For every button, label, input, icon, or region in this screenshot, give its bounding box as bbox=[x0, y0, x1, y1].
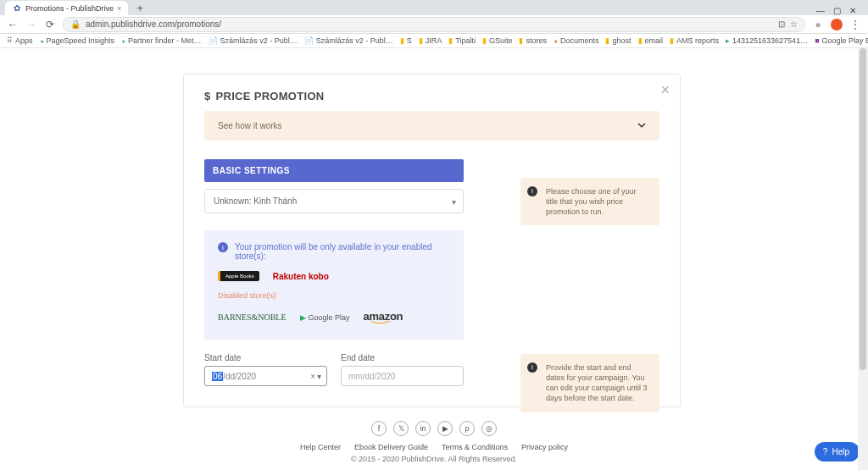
start-date-label: Start date bbox=[204, 353, 327, 362]
footer-link[interactable]: Ebook Delivery Guide bbox=[354, 443, 428, 451]
new-tab-button[interactable]: + bbox=[133, 2, 147, 15]
dollar-icon: $ bbox=[204, 90, 211, 102]
nav-forward-icon: → bbox=[25, 19, 37, 30]
modal-title: $ PRICE PROMOTION bbox=[204, 90, 659, 102]
barnes-noble-logo: BARNES&NOBLE bbox=[218, 312, 287, 322]
address-bar[interactable]: 🔒 admin.publishdrive.com/promotions/ ⊡ ☆ bbox=[63, 17, 805, 32]
help-button[interactable]: ? Help bbox=[815, 442, 860, 462]
lock-icon: 🔒 bbox=[70, 19, 81, 29]
tip-title: i Please choose one of your title that y… bbox=[520, 178, 659, 225]
social-row: f 𝕏 in ▶ p ◎ bbox=[0, 421, 868, 436]
address-text: admin.publishdrive.com/promotions/ bbox=[86, 19, 221, 29]
browser-tab[interactable]: ✿ Promotions - PublishDrive × bbox=[5, 1, 128, 15]
section-basic-settings: BASIC SETTINGS bbox=[204, 159, 464, 182]
help-icon: ? bbox=[823, 447, 828, 456]
nav-reload-icon[interactable]: ⟳ bbox=[44, 19, 56, 30]
bookmark[interactable]: ▮JIRA bbox=[419, 36, 442, 45]
bookmark[interactable]: ⬥Partner finder - Met… bbox=[121, 36, 202, 45]
close-icon[interactable]: × bbox=[660, 81, 670, 99]
end-date-label: End date bbox=[341, 353, 464, 362]
footer-link[interactable]: Terms & Conditions bbox=[442, 443, 508, 451]
chevron-down-icon bbox=[636, 119, 648, 133]
tab-title: Promotions - PublishDrive bbox=[25, 4, 114, 13]
end-date-input[interactable]: mm/dd/2020 bbox=[341, 366, 464, 386]
spinner-icon[interactable]: ▾ bbox=[317, 372, 321, 381]
bookmark[interactable]: ■Google Play Books i… bbox=[815, 36, 868, 45]
tip-dates: i Provide the start and end dates for yo… bbox=[520, 354, 659, 412]
bookmark[interactable]: ▮ghost bbox=[605, 36, 631, 45]
pinterest-icon[interactable]: p bbox=[459, 421, 475, 436]
google-play-logo: ▶Google Play bbox=[300, 313, 350, 322]
bookmark[interactable]: ▮email bbox=[638, 36, 664, 45]
linkedin-icon[interactable]: in bbox=[415, 421, 431, 436]
bookmark[interactable]: ▮Tipalti bbox=[448, 36, 476, 45]
bookmark[interactable]: ▮S bbox=[400, 36, 412, 45]
twitter-icon[interactable]: 𝕏 bbox=[393, 421, 409, 436]
youtube-icon[interactable]: ▶ bbox=[437, 421, 453, 436]
bookmark[interactable]: ⬥Documents bbox=[554, 36, 599, 45]
clear-icon[interactable]: × bbox=[310, 372, 315, 381]
kebab-icon[interactable]: ⋮ bbox=[849, 19, 861, 30]
bookmark[interactable]: 📄Számlázás v2 - Publ… bbox=[304, 36, 393, 45]
how-it-works-toggle[interactable]: See how it works bbox=[204, 111, 659, 141]
kobo-logo: Rakuten kobo bbox=[273, 272, 329, 281]
bookmark[interactable]: ▸1431251633627541… bbox=[726, 36, 808, 45]
pin-icon[interactable]: ⊡ bbox=[778, 19, 785, 29]
amazon-logo: amazon bbox=[364, 310, 403, 324]
favicon-icon: ✿ bbox=[12, 3, 22, 14]
instagram-icon[interactable]: ◎ bbox=[481, 421, 497, 436]
nav-back-icon[interactable]: ← bbox=[7, 19, 19, 30]
stores-box: i Your promotion will be only available … bbox=[204, 230, 464, 340]
ext-icon[interactable]: ● bbox=[812, 19, 824, 30]
start-date-input[interactable]: 06/dd/2020 ×▾ bbox=[204, 366, 327, 386]
bookmark[interactable]: ⬥PageSpeed Insights bbox=[40, 36, 115, 45]
info-icon: i bbox=[218, 242, 228, 252]
apple-books-logo: Apple Books bbox=[218, 271, 259, 281]
bookmarks-bar: ⠿Apps ⬥PageSpeed Insights ⬥Partner finde… bbox=[0, 34, 868, 48]
tab-close-icon[interactable]: × bbox=[117, 4, 121, 13]
window-max-icon[interactable]: ▢ bbox=[833, 6, 841, 15]
scroll-thumb[interactable] bbox=[860, 48, 866, 370]
bookmark[interactable]: ▮GSuite bbox=[482, 36, 513, 45]
title-select[interactable]: Unknown: Kinh Thánh ▾ bbox=[204, 189, 464, 213]
copyright: © 2015 - 2020 PublishDrive. All Rights R… bbox=[0, 455, 868, 463]
bookmark[interactable]: 📄Számlázás v2 - Publ… bbox=[209, 36, 298, 45]
disabled-label: Disabled store(s): bbox=[218, 291, 450, 300]
promotion-modal: × $ PRICE PROMOTION See how it works BAS… bbox=[183, 74, 681, 407]
star-icon[interactable]: ☆ bbox=[790, 19, 798, 29]
window-close-icon[interactable]: ✕ bbox=[849, 6, 856, 15]
window-min-icon[interactable]: — bbox=[816, 6, 825, 15]
scrollbar[interactable] bbox=[858, 48, 868, 470]
facebook-icon[interactable]: f bbox=[371, 421, 387, 436]
footer-link[interactable]: Help Center bbox=[300, 443, 341, 451]
info-icon: i bbox=[527, 186, 537, 196]
dropdown-icon: ▾ bbox=[452, 196, 456, 206]
profile-avatar[interactable] bbox=[831, 19, 843, 30]
bookmark[interactable]: ▮stores bbox=[519, 36, 547, 45]
start-date-month: 06 bbox=[212, 372, 223, 381]
footer-link[interactable]: Privacy policy bbox=[521, 443, 568, 451]
bookmark[interactable]: ▮AMS reports bbox=[670, 36, 719, 45]
apps-button[interactable]: ⠿Apps bbox=[7, 36, 33, 45]
info-icon: i bbox=[527, 362, 537, 373]
footer-links: Help Center Ebook Delivery Guide Terms &… bbox=[0, 443, 868, 451]
